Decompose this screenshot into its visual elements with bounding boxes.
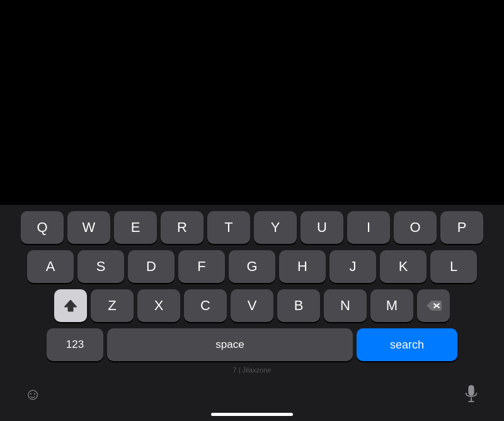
shift-key[interactable] (54, 289, 87, 322)
key-x[interactable]: X (137, 289, 180, 322)
keyboard-container: Q W E R T Y U I O P A S D F G H J K L Z … (0, 205, 504, 421)
key-y[interactable]: Y (254, 211, 297, 244)
key-c[interactable]: C (184, 289, 227, 322)
key-g[interactable]: G (229, 250, 275, 283)
key-v[interactable]: V (231, 289, 273, 322)
home-indicator (211, 413, 293, 416)
key-h[interactable]: H (279, 250, 326, 283)
keyboard-row-1: Q W E R T Y U I O P (3, 211, 501, 244)
key-s[interactable]: S (77, 250, 124, 283)
key-a[interactable]: A (27, 250, 74, 283)
key-q[interactable]: Q (21, 211, 64, 244)
key-t[interactable]: T (207, 211, 250, 244)
watermark: 7 | Jilaxzone (3, 366, 501, 374)
keyboard-row-3: Z X C V B N M (3, 289, 501, 322)
key-d[interactable]: D (128, 250, 175, 283)
key-e[interactable]: E (114, 211, 157, 244)
keyboard-bottom-row: 123 space search (3, 328, 501, 361)
key-n[interactable]: N (324, 289, 367, 322)
key-j[interactable]: J (329, 250, 376, 283)
key-i[interactable]: I (347, 211, 390, 244)
numbers-key[interactable]: 123 (47, 328, 103, 361)
key-p[interactable]: P (440, 211, 483, 244)
keyboard-row-2: A S D F G H J K L (3, 250, 501, 283)
microphone-icon[interactable] (460, 383, 483, 405)
svg-marker-0 (64, 300, 77, 311)
key-l[interactable]: L (430, 250, 477, 283)
key-b[interactable]: B (277, 289, 320, 322)
space-key[interactable]: space (107, 328, 353, 361)
key-k[interactable]: K (380, 250, 427, 283)
search-key[interactable]: search (357, 328, 457, 361)
key-r[interactable]: R (161, 211, 203, 244)
emoji-icon[interactable]: ☺ (21, 383, 44, 405)
delete-key[interactable] (417, 289, 450, 322)
icon-row: ☺ (3, 376, 501, 409)
key-o[interactable]: O (394, 211, 437, 244)
key-u[interactable]: U (301, 211, 343, 244)
key-z[interactable]: Z (91, 289, 134, 322)
svg-rect-3 (468, 385, 474, 396)
key-f[interactable]: F (178, 250, 225, 283)
key-m[interactable]: M (370, 289, 413, 322)
key-w[interactable]: W (67, 211, 110, 244)
